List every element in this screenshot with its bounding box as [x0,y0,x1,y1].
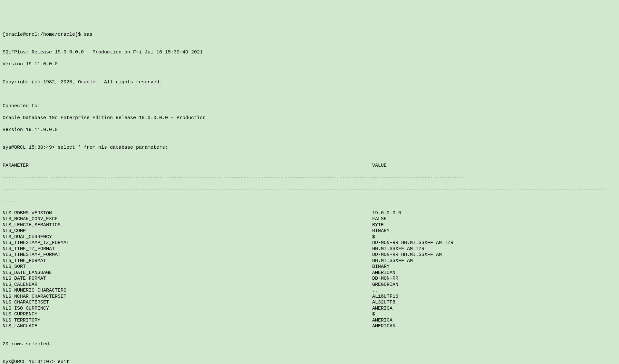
table-row: NLS_ISO_CURRENCYAMERICA [3,306,616,312]
value-cell: DD-MON-RR HH.MI.SSXFF AM [372,252,442,258]
parameter-cell: NLS_NCHAR_CHARACTERSET [3,294,372,300]
value-cell: HH.MI.SSXFF AM [372,258,413,264]
parameter-cell: NLS_NUMERIC_CHARACTERS [3,288,372,294]
terminal-output[interactable]: [oracle@orcl:/home/oracle]$ sas SQL*Plus… [3,26,616,364]
value-cell: 19.0.0.0.0 [372,210,401,217]
sql-prompt-line: sys@ORCL 15:31:07> exit [3,359,616,364]
separator-dashes: -------------------------------- [372,175,465,181]
value-cell: AMERICAN [372,323,395,330]
table-row: NLS_SORTBINARY [3,264,616,270]
parameter-cell: NLS_DATE_LANGUAGE [3,270,372,276]
parameter-cell: NLS_TIME_FORMAT [3,258,372,264]
parameter-cell: NLS_LANGUAGE [3,323,372,330]
value-cell: BYTE [372,222,384,229]
value-cell: AMERICA [372,306,392,312]
value-cell: DD-MON-RR [372,276,398,282]
parameter-cell: NLS_RDBMS_VERSION [3,210,372,217]
value-cell: GREGORIAN [372,282,398,288]
table-row: NLS_RDBMS_VERSION19.0.0.0.0 [3,210,616,217]
value-cell: FALSE [372,216,387,222]
value-cell: AMERICAN [372,270,395,276]
separator-wrap: ------- [3,199,616,205]
table-separator-row: ----------------------------------------… [3,175,616,181]
table-row: NLS_TIMESTAMP_FORMATDD-MON-RR HH.MI.SSXF… [3,252,616,258]
sql-prompt: sys@ORCL 15:30:49> [3,145,58,150]
table-row: NLS_DUAL_CURRENCY$ [3,234,616,240]
shell-prompt-line: [oracle@orcl:/home/oracle]$ sas [3,32,616,38]
value-cell: AL32UTF8 [372,300,395,306]
sqlplus-banner: SQL*Plus: Release 19.0.0.0.0 - Productio… [3,50,616,56]
table-row: NLS_TIME_TZ_FORMATHH.MI.SSXFF AM TZR [3,246,616,252]
parameter-cell: NLS_SORT [3,264,372,270]
sql-command: exit [58,359,69,364]
parameter-cell: NLS_CHARACTERSET [3,300,372,306]
table-row: NLS_CHARACTERSETAL32UTF8 [3,300,616,306]
connected-to-line: Connected to: [3,103,616,109]
table-row: NLS_COMPBINARY [3,228,616,234]
value-cell: ., [372,288,378,294]
parameter-cell: NLS_DUAL_CURRENCY [3,234,372,240]
separator-wrap: ----------------------------------------… [3,187,616,193]
table-row: NLS_TIME_FORMATHH.MI.SSXFF AM [3,258,616,264]
parameter-cell: NLS_COMP [3,228,372,234]
parameter-cell: NLS_LENGTH_SEMANTICS [3,222,372,229]
db-info-line: Oracle Database 19c Enterprise Edition R… [3,115,616,121]
parameter-cell: NLS_CURRENCY [3,312,372,318]
parameter-cell: NLS_ISO_CURRENCY [3,306,372,312]
table-header-row: PARAMETERVALUE [3,163,616,169]
value-cell: AMERICA [372,318,392,324]
table-row: NLS_NCHAR_CONV_EXCPFALSE [3,216,616,222]
table-row: NLS_LANGUAGEAMERICAN [3,323,616,330]
separator-dashes: ----------------------------------------… [3,175,372,181]
value-cell: $ [372,312,375,318]
value-cell: DD-MON-RR HH.MI.SSXFF AM TZR [372,240,453,246]
table-row: NLS_NCHAR_CHARACTERSETAL16UTF16 [3,294,616,300]
value-cell: BINARY [372,264,390,270]
parameter-cell: NLS_TIMESTAMP_FORMAT [3,252,372,258]
column-header-value: VALUE [372,163,387,169]
parameter-cell: NLS_CALENDAR [3,282,372,288]
table-body: NLS_RDBMS_VERSION19.0.0.0.0NLS_NCHAR_CON… [3,210,616,330]
shell-command: sas [84,32,92,37]
table-row: NLS_LENGTH_SEMANTICSBYTE [3,222,616,229]
sqlplus-version: Version 19.11.0.0.0 [3,61,616,68]
shell-prompt: [oracle@orcl:/home/oracle]$ [3,32,84,37]
table-row: NLS_DATE_LANGUAGEAMERICAN [3,270,616,276]
value-cell: $ [372,234,375,240]
parameter-cell: NLS_NCHAR_CONV_EXCP [3,216,372,222]
rows-selected-line: 20 rows selected. [3,341,616,348]
copyright-line: Copyright (c) 1982, 2020, Oracle. All ri… [3,79,616,86]
sql-prompt: sys@ORCL 15:31:07> [3,359,58,364]
column-header-parameter: PARAMETER [3,163,372,169]
value-cell: BINARY [372,228,390,234]
parameter-cell: NLS_DATE_FORMAT [3,276,372,282]
parameter-cell: NLS_TIME_TZ_FORMAT [3,246,372,252]
value-cell: HH.MI.SSXFF AM TZR [372,246,424,252]
parameter-cell: NLS_TERRITORY [3,318,372,324]
table-row: NLS_NUMERIC_CHARACTERS., [3,288,616,294]
parameter-cell: NLS_TIMESTAMP_TZ_FORMAT [3,240,372,246]
table-row: NLS_TIMESTAMP_TZ_FORMATDD-MON-RR HH.MI.S… [3,240,616,246]
sql-command: select * from nls_database_parameters; [58,145,168,150]
table-row: NLS_CURRENCY$ [3,312,616,318]
table-row: NLS_TERRITORYAMERICA [3,318,616,324]
table-row: NLS_CALENDARGREGORIAN [3,282,616,288]
sql-prompt-line: sys@ORCL 15:30:49> select * from nls_dat… [3,145,616,151]
db-version-line: Version 19.11.0.0.0 [3,127,616,133]
value-cell: AL16UTF16 [372,294,398,300]
table-row: NLS_DATE_FORMATDD-MON-RR [3,276,616,282]
